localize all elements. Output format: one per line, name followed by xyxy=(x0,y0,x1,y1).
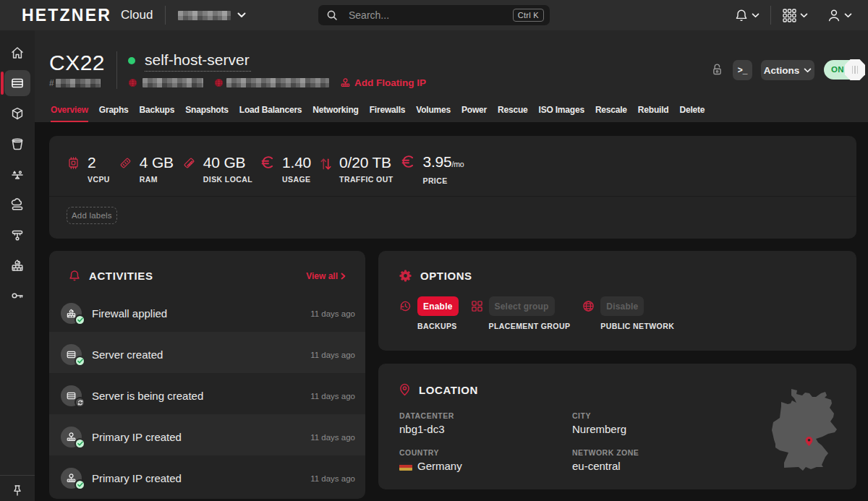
topbar-divider xyxy=(770,6,771,25)
view-all-link[interactable]: View all xyxy=(306,271,346,281)
germany-flag xyxy=(399,462,412,471)
project-name-redacted xyxy=(178,11,231,20)
tab-load-balancers[interactable]: Load Balancers xyxy=(239,100,302,122)
disk-icon xyxy=(182,156,196,170)
stat-ram: 4 GB RAM xyxy=(119,154,174,184)
stat-label: RAM xyxy=(140,175,174,184)
power-toggle-state: ON xyxy=(831,65,844,74)
traffic-arrows-icon xyxy=(320,156,332,171)
user-menu-button[interactable] xyxy=(827,9,852,22)
server-id-redacted xyxy=(56,79,101,87)
ip-row: Add Floating IP xyxy=(128,77,426,89)
stat-value: 0/20 TB xyxy=(339,154,393,171)
pin-icon[interactable] xyxy=(12,484,23,501)
tab-rescale[interactable]: Rescale xyxy=(595,100,627,122)
tab-delete[interactable]: Delete xyxy=(679,100,705,122)
check-badge xyxy=(75,479,85,490)
sidebar-item-firewalls[interactable] xyxy=(4,252,30,278)
sidebar-item-load-balancers[interactable] xyxy=(4,161,30,187)
sidebar-item-volumes[interactable] xyxy=(4,131,30,157)
tab-firewalls[interactable]: Firewalls xyxy=(370,100,406,122)
tab-iso-images[interactable]: ISO Images xyxy=(539,100,584,122)
euro-icon xyxy=(261,155,275,169)
check-badge xyxy=(75,438,85,449)
sync-badge xyxy=(75,397,85,408)
tab-networking[interactable]: Networking xyxy=(312,100,358,122)
activity-title: Server created xyxy=(92,348,163,361)
stat-label: DISK LOCAL xyxy=(203,175,252,184)
avatar xyxy=(61,385,82,406)
search-input[interactable]: Search... Ctrl K xyxy=(318,5,550,25)
content-columns: ACTIVITIES View all xyxy=(49,251,856,499)
location-title: LOCATION xyxy=(419,384,478,396)
knob-grip-line xyxy=(852,66,854,74)
avatar xyxy=(61,468,82,489)
stat-value: 4 GB xyxy=(140,154,174,171)
activity-time: 11 days ago xyxy=(310,474,355,483)
tab-volumes[interactable]: Volumes xyxy=(416,100,451,122)
stat-value: 1.40 xyxy=(282,154,311,171)
check-badge xyxy=(75,314,85,325)
project-selector[interactable] xyxy=(178,11,246,20)
options-header: OPTIONS xyxy=(378,251,856,291)
sidebar-item-security[interactable] xyxy=(4,283,30,309)
knob-grip-line xyxy=(854,66,856,74)
server-stats-card: 2 VCPU 4 GB RAM xyxy=(49,136,856,239)
console-button[interactable]: >_ xyxy=(733,60,752,80)
right-column: OPTIONS Enable BACKUPS xyxy=(378,251,856,499)
chevron-down-icon xyxy=(804,68,812,73)
server-id-prefix: # xyxy=(49,78,54,88)
backup-history-icon xyxy=(399,300,412,330)
field-value: nbg1-dc3 xyxy=(399,423,572,435)
sidebar-item-home[interactable] xyxy=(4,40,30,66)
apps-menu-button[interactable] xyxy=(783,9,808,22)
notifications-button[interactable] xyxy=(735,9,760,22)
activity-time: 11 days ago xyxy=(310,309,355,318)
lock-icon[interactable] xyxy=(712,63,722,76)
ipv6-redacted xyxy=(226,78,329,87)
sidebar-item-images[interactable] xyxy=(4,100,30,127)
avatar xyxy=(61,427,82,448)
bell-icon xyxy=(69,270,80,282)
sidebar-item-floating-ips[interactable] xyxy=(4,192,30,218)
tab-snapshots[interactable]: Snapshots xyxy=(185,100,229,122)
tab-rescue[interactable]: Rescue xyxy=(498,100,528,122)
apps-grid-icon xyxy=(783,9,796,22)
sidebar-item-servers[interactable] xyxy=(4,70,30,96)
stat-usage: 1.40 USAGE xyxy=(261,154,311,184)
enable-backups-button[interactable]: Enable xyxy=(417,296,459,316)
sidebar-item-networks[interactable] xyxy=(4,222,30,248)
power-toggle[interactable]: ON xyxy=(824,60,864,80)
hetzner-logo: HETZNER xyxy=(22,6,111,25)
actions-button[interactable]: Actions xyxy=(761,60,814,80)
add-floating-ip-link[interactable]: Add Floating IP xyxy=(340,77,426,88)
add-floating-ip-label: Add Floating IP xyxy=(354,77,426,88)
option-label: PUBLIC NETWORK xyxy=(600,322,674,330)
tab-power[interactable]: Power xyxy=(461,100,487,122)
topbar: HETZNER Cloud Search... Ctrl K xyxy=(0,0,868,30)
server-type: CX22 xyxy=(49,52,105,74)
stat-label: TRAFFIC OUT xyxy=(339,175,393,184)
activity-title: Firewall applied xyxy=(92,307,167,320)
server-icon xyxy=(10,76,25,90)
firewall-icon xyxy=(10,258,25,273)
add-labels-button[interactable]: Add labels xyxy=(67,207,117,224)
field-datacenter: DATACENTER nbg1-dc3 xyxy=(399,411,572,435)
activity-time: 11 days ago xyxy=(310,351,355,359)
globe-icon xyxy=(582,300,595,330)
chevron-down-icon xyxy=(752,13,760,18)
euro-icon xyxy=(401,155,415,168)
server-id: # xyxy=(49,78,101,88)
location-card: LOCATION DATACENTER nbg1-dc3 CITY Nuremb… xyxy=(378,364,856,489)
tab-backups[interactable]: Backups xyxy=(140,100,175,122)
sidebar-footer xyxy=(0,475,35,501)
tab-graphs[interactable]: Graphs xyxy=(99,100,129,122)
tab-overview[interactable]: Overview xyxy=(51,100,88,122)
floating-ip-icon xyxy=(340,77,351,88)
activity-time: 11 days ago xyxy=(310,392,355,401)
tab-rebuild[interactable]: Rebuild xyxy=(638,100,669,122)
price-unit: /mo xyxy=(452,160,464,168)
cloud-product-label: Cloud xyxy=(121,8,153,22)
option-label: PLACEMENT GROUP xyxy=(489,322,571,330)
server-name[interactable]: self-host-server xyxy=(145,51,251,72)
